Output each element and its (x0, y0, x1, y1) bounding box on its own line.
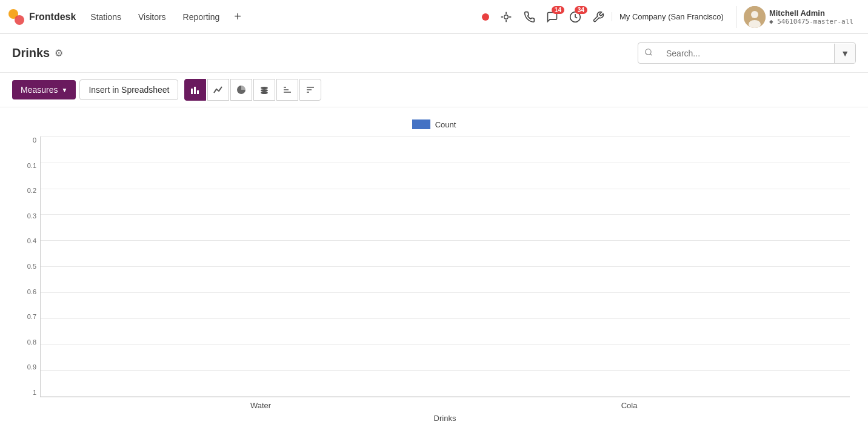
company-name: My Company (San Francisco) (619, 12, 724, 21)
add-menu-button[interactable]: + (229, 7, 246, 26)
top-navigation: Frontdesk Stations Visitors Reporting + … (0, 0, 868, 34)
svg-point-17 (261, 89, 268, 92)
sort-asc-button[interactable] (276, 79, 298, 101)
chart-type-buttons (184, 79, 321, 101)
search-dropdown-button[interactable]: ▼ (834, 44, 855, 63)
y-label-7: 0.7 (18, 313, 36, 320)
bars-area (41, 136, 850, 397)
chart-plot-area: 1 0.9 0.8 0.7 0.6 0.5 0.4 0.3 0.2 0.1 0 (18, 136, 850, 397)
page-header: Drinks ⚙ ▼ (0, 34, 868, 73)
svg-point-16 (261, 87, 268, 89)
chart-plot (40, 136, 850, 397)
company-info: My Company (San Francisco) (612, 12, 731, 21)
sort-desc-button[interactable] (299, 79, 321, 101)
settings-icon[interactable] (590, 8, 607, 25)
pie-chart-button[interactable] (230, 79, 252, 101)
app-logo[interactable]: Frontdesk (7, 8, 76, 26)
avatar (744, 6, 766, 28)
measures-label: Measures (21, 85, 58, 95)
svg-point-1 (15, 15, 24, 25)
y-label-5: 0.5 (18, 263, 36, 270)
x-label-cola: Cola (445, 401, 813, 410)
bar-chart-button[interactable] (184, 79, 206, 101)
phone-icon[interactable] (521, 8, 538, 25)
user-details: Mitchell Admin ◆ 54610475-master-all (769, 8, 853, 25)
y-label-4: 0.4 (18, 237, 36, 244)
debug-icon[interactable] (498, 8, 515, 25)
x-label-water: Water (76, 401, 445, 410)
x-axis-title: Drinks (40, 414, 850, 423)
svg-line-12 (650, 54, 652, 56)
line-chart-button[interactable] (207, 79, 229, 101)
svg-point-11 (646, 49, 651, 55)
svg-point-9 (751, 11, 758, 18)
chart-legend: Count (18, 119, 850, 129)
y-label-9: 0.9 (18, 363, 36, 371)
messages-badge: 14 (552, 6, 564, 14)
y-axis: 1 0.9 0.8 0.7 0.6 0.5 0.4 0.3 0.2 0.1 0 (18, 136, 40, 397)
x-labels: Water Cola (40, 397, 850, 410)
nav-reporting[interactable]: Reporting (176, 8, 227, 25)
y-label-2: 0.2 (18, 187, 36, 194)
insert-spreadsheet-button[interactable]: Insert in Spreadsheet (79, 79, 178, 100)
search-icon (638, 43, 659, 63)
page-title-row: Drinks ⚙ (12, 46, 63, 60)
user-name: Mitchell Admin (769, 8, 853, 18)
user-id: ◆ 54610475-master-all (769, 18, 853, 25)
app-name: Frontdesk (29, 12, 76, 22)
y-label-10: 1 (18, 389, 36, 396)
tasks-icon[interactable]: 34 (567, 8, 584, 25)
legend-color-box (412, 119, 430, 129)
page-title: Drinks (12, 46, 50, 60)
svg-rect-14 (194, 87, 196, 94)
legend-label: Count (435, 120, 456, 129)
svg-point-2 (504, 15, 509, 19)
y-label-6: 0.6 (18, 288, 36, 295)
measures-button[interactable]: Measures ▼ (12, 80, 76, 99)
messages-icon[interactable]: 14 (544, 8, 561, 25)
search-input[interactable] (659, 44, 834, 63)
stacked-chart-button[interactable] (253, 79, 275, 101)
chart-container: Count 1 0.9 0.8 0.7 0.6 0.5 0.4 0.3 0.2 … (0, 107, 868, 429)
y-label-1: 0.1 (18, 162, 36, 169)
svg-rect-15 (197, 90, 199, 94)
toolbar: Measures ▼ Insert in Spreadsheet (0, 73, 868, 107)
tasks-badge: 34 (575, 6, 587, 14)
page-settings-icon[interactable]: ⚙ (55, 47, 63, 59)
nav-stations[interactable]: Stations (83, 8, 129, 25)
search-bar[interactable]: ▼ (638, 42, 856, 64)
nav-action-icons: 14 34 (479, 8, 607, 25)
svg-rect-13 (191, 89, 193, 94)
svg-point-18 (261, 92, 268, 94)
logo-icon (7, 8, 25, 26)
measures-arrow-icon: ▼ (61, 87, 67, 93)
user-section[interactable]: Mitchell Admin ◆ 54610475-master-all (736, 6, 861, 28)
y-label-0: 0 (18, 136, 36, 144)
nav-visitors[interactable]: Visitors (131, 8, 173, 25)
y-label-8: 0.8 (18, 338, 36, 346)
record-button[interactable] (479, 11, 492, 23)
y-label-3: 0.3 (18, 212, 36, 220)
